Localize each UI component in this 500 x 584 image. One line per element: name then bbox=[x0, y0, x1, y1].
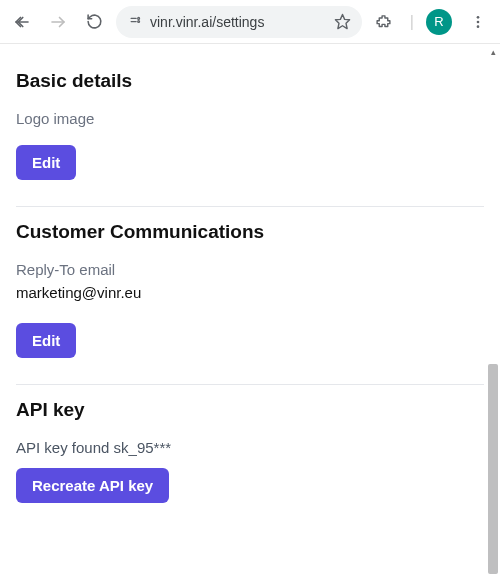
browser-toolbar: vinr.vinr.ai/settings | R bbox=[0, 0, 500, 44]
divider bbox=[16, 206, 484, 207]
edit-comms-button[interactable]: Edit bbox=[16, 323, 76, 358]
puzzle-icon bbox=[375, 13, 392, 30]
profile-avatar[interactable]: R bbox=[426, 9, 452, 35]
url-text: vinr.vinr.ai/settings bbox=[150, 14, 328, 30]
scroll-thumb[interactable] bbox=[488, 364, 498, 574]
arrow-right-icon bbox=[49, 13, 67, 31]
recreate-api-key-button[interactable]: Recreate API key bbox=[16, 468, 169, 503]
api-key-status: API key found sk_95*** bbox=[16, 439, 484, 456]
reply-to-value: marketing@vinr.eu bbox=[16, 284, 484, 301]
svg-point-9 bbox=[477, 25, 480, 28]
edit-basic-button[interactable]: Edit bbox=[16, 145, 76, 180]
forward-button[interactable] bbox=[44, 8, 72, 36]
address-bar[interactable]: vinr.vinr.ai/settings bbox=[116, 6, 362, 38]
svg-point-8 bbox=[477, 20, 480, 23]
customer-comms-heading: Customer Communications bbox=[16, 221, 484, 243]
svg-point-5 bbox=[137, 21, 139, 23]
reply-to-label: Reply-To email bbox=[16, 261, 484, 278]
extensions-button[interactable] bbox=[370, 8, 398, 36]
site-settings-icon[interactable] bbox=[126, 14, 144, 29]
svg-point-4 bbox=[137, 17, 139, 19]
reload-button[interactable] bbox=[80, 8, 108, 36]
arrow-left-icon bbox=[13, 13, 31, 31]
divider bbox=[16, 384, 484, 385]
basic-details-heading: Basic details bbox=[16, 70, 484, 92]
reload-icon bbox=[86, 13, 103, 30]
svg-marker-6 bbox=[336, 14, 350, 28]
settings-content: Basic details Logo image Edit Customer C… bbox=[0, 44, 500, 584]
scrollbar[interactable]: ▴ bbox=[486, 44, 500, 584]
scroll-up-arrow-icon[interactable]: ▴ bbox=[486, 44, 500, 60]
back-button[interactable] bbox=[8, 8, 36, 36]
menu-button[interactable] bbox=[464, 8, 492, 36]
dots-vertical-icon bbox=[470, 14, 486, 30]
page-body: Basic details Logo image Edit Customer C… bbox=[0, 44, 500, 584]
logo-image-label: Logo image bbox=[16, 110, 484, 127]
api-key-heading: API key bbox=[16, 399, 484, 421]
star-icon[interactable] bbox=[334, 13, 352, 30]
separator: | bbox=[410, 13, 414, 31]
svg-point-7 bbox=[477, 16, 480, 19]
avatar-letter: R bbox=[434, 14, 443, 29]
